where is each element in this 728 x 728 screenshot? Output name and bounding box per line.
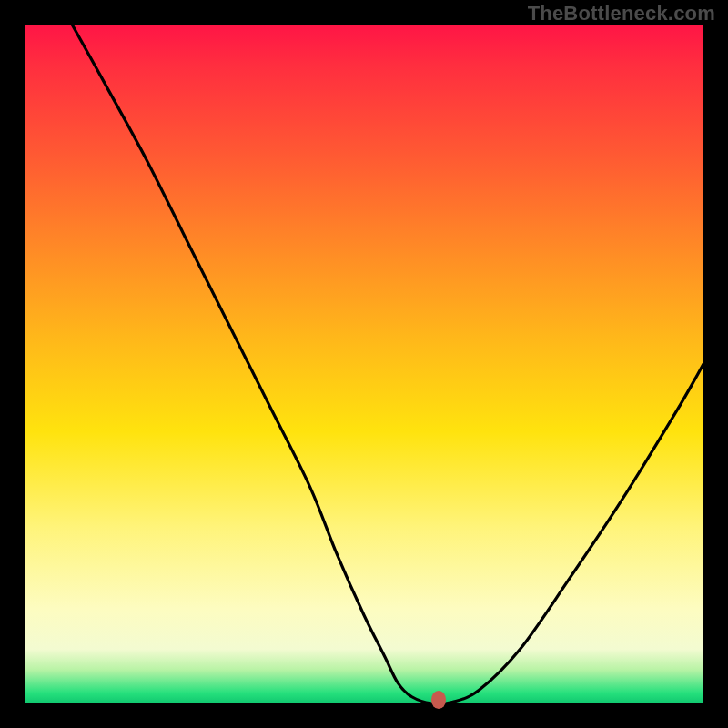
curve-path <box>72 25 703 703</box>
bottleneck-curve <box>25 25 703 703</box>
optimum-marker <box>431 691 446 709</box>
plot-area <box>25 25 703 703</box>
chart-frame: TheBottleneck.com <box>0 0 728 728</box>
watermark-text: TheBottleneck.com <box>528 2 715 25</box>
